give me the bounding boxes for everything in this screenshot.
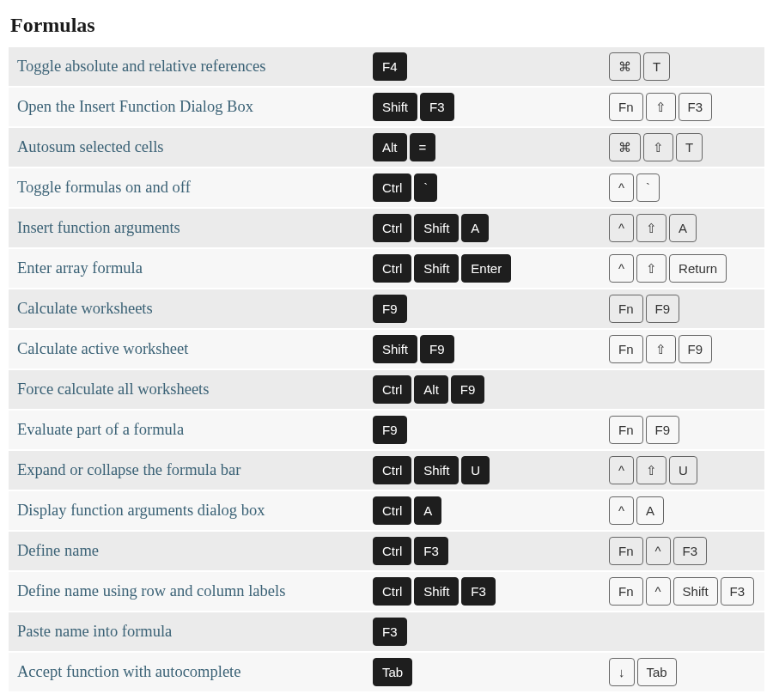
table-row: Insert function argumentsCtrlShiftA^⇧A [9,208,764,248]
key-dark: Ctrl [373,254,411,283]
shortcut-description: Toggle formulas on and off [9,167,369,208]
mac-keys [606,369,764,410]
key-dark: Shift [373,93,417,121]
key-light: F3 [679,93,713,121]
key-dark: Ctrl [373,173,411,202]
mac-keys: Fn^F3 [606,531,764,571]
shortcut-link[interactable]: Expand or collapse the formula bar [17,461,240,478]
shortcut-link[interactable]: Accept function with autocomplete [17,663,240,680]
key-dark: F3 [414,537,448,565]
key-light: T [676,133,703,161]
key-light: ^ [609,254,634,283]
shortcut-link[interactable]: Open the Insert Function Dialog Box [17,98,253,115]
key-dark: Ctrl [373,456,411,484]
key-light: Fn [609,416,643,444]
key-light: F9 [646,416,680,444]
key-dark: F9 [373,416,407,444]
shortcut-link[interactable]: Display function arguments dialog box [17,502,265,519]
key-dark: Shift [414,456,459,484]
shortcut-description: Calculate worksheets [9,289,369,329]
mac-keys: Fn⇧F3 [606,87,764,127]
table-row: Toggle absolute and relative referencesF… [9,47,764,87]
shortcut-link[interactable]: Define name [17,542,99,559]
key-dark: A [461,214,489,242]
shortcut-link[interactable]: Insert function arguments [17,219,180,236]
key-light: F9 [646,295,680,323]
key-dark: Shift [373,335,417,363]
table-row: Toggle formulas on and offCtrl`^` [9,167,764,208]
key-light: ⇧ [646,335,676,363]
windows-keys: Tab [369,652,606,692]
key-light: ^ [646,537,671,565]
shortcut-link[interactable]: Calculate active worksheet [17,340,188,357]
key-dark: Ctrl [373,214,411,242]
shortcut-link[interactable]: Toggle absolute and relative references [17,58,265,75]
key-light: ⇧ [636,214,666,242]
section-title: Formulas [10,14,764,37]
shortcut-link[interactable]: Enter array formula [17,259,143,277]
table-row: Calculate active worksheetShiftF9Fn⇧F9 [9,329,764,369]
key-light: ⇧ [636,254,666,283]
key-dark: Tab [373,658,412,686]
mac-keys: ⌘T [606,47,764,87]
shortcut-table: Toggle absolute and relative referencesF… [9,47,764,693]
key-light: F3 [721,577,755,606]
table-row: Force calculate all worksheetsCtrlAltF9 [9,369,764,410]
key-light: ` [636,173,660,202]
shortcut-description: Define name using row and column labels [9,571,369,612]
shortcut-description: Define name [9,531,369,571]
shortcut-description: Toggle absolute and relative references [9,47,369,87]
shortcut-description: Accept function with autocomplete [9,652,369,692]
windows-keys: CtrlA [369,490,606,531]
key-light: Fn [609,537,643,565]
key-dark: Shift [414,254,459,283]
key-light: Shift [673,577,718,606]
shortcut-description: Display function arguments dialog box [9,490,369,531]
mac-keys: ^⇧A [606,208,764,248]
key-light: ⇧ [636,456,666,484]
windows-keys: CtrlAltF9 [369,369,606,410]
shortcut-link[interactable]: Paste name into formula [17,623,172,640]
key-light: U [669,456,697,484]
shortcut-description: Force calculate all worksheets [9,369,369,410]
key-dark: Ctrl [373,496,411,525]
shortcut-description: Paste name into formula [9,612,369,652]
shortcut-description: Insert function arguments [9,208,369,248]
key-light: ^ [609,173,634,202]
shortcut-link[interactable]: Toggle formulas on and off [17,179,191,196]
key-dark: F9 [451,375,485,404]
windows-keys: CtrlShiftA [369,208,606,248]
key-dark: Alt [373,133,407,161]
table-row: Open the Insert Function Dialog BoxShift… [9,87,764,127]
key-light: ↓ [609,658,635,686]
key-dark: F4 [373,52,407,81]
key-light: A [636,496,664,525]
shortcut-link[interactable]: Autosum selected cells [17,138,164,155]
mac-keys: Fn⇧F9 [606,329,764,369]
table-row: Display function arguments dialog boxCtr… [9,490,764,531]
key-dark: F3 [461,577,496,606]
shortcut-link[interactable]: Evaluate part of a formula [17,421,184,438]
mac-keys: Fn^ShiftF3 [606,571,764,612]
shortcut-link[interactable]: Define name using row and column labels [17,582,285,600]
shortcut-link[interactable]: Force calculate all worksheets [17,380,209,398]
key-dark: A [414,496,441,525]
table-row: Calculate worksheetsF9FnF9 [9,289,764,329]
table-row: Enter array formulaCtrlShiftEnter^⇧Retur… [9,248,764,289]
key-light: F9 [679,335,713,363]
table-row: Autosum selected cellsAlt=⌘⇧T [9,127,764,167]
table-row: Evaluate part of a formulaF9FnF9 [9,410,764,450]
table-row: Accept function with autocompleteTab↓Tab [9,652,764,692]
windows-keys: Ctrl` [369,167,606,208]
key-light: Tab [637,658,677,686]
key-light: Fn [609,295,643,323]
key-dark: ` [414,173,437,202]
key-dark: Ctrl [373,577,411,606]
windows-keys: F9 [369,289,606,329]
mac-keys: ^A [606,490,764,531]
key-light: ⇧ [646,93,676,121]
key-light: ⇧ [643,133,673,161]
key-light: ⌘ [609,133,641,161]
mac-keys: FnF9 [606,289,764,329]
shortcut-link[interactable]: Calculate worksheets [17,300,153,317]
